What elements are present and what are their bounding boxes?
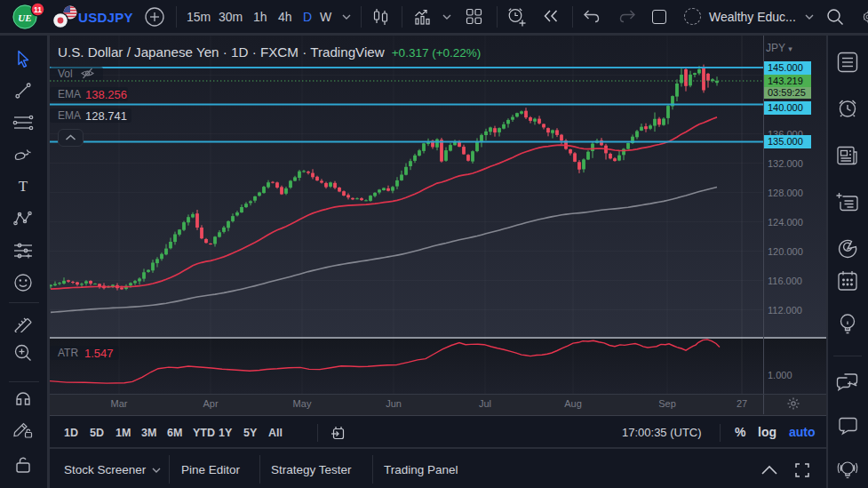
svg-text:UE: UE <box>18 12 31 23</box>
svg-text:11: 11 <box>34 5 42 14</box>
